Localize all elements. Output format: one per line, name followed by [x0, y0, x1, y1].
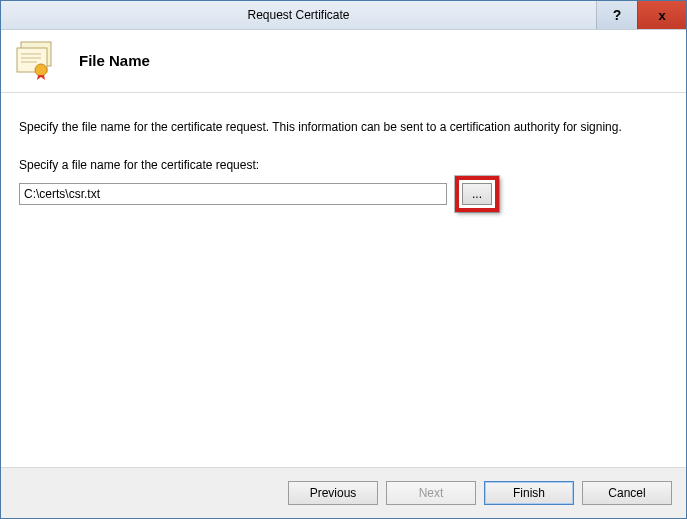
- browse-button[interactable]: ...: [462, 183, 492, 205]
- certificate-icon: [15, 40, 63, 80]
- browse-highlight: ...: [455, 176, 499, 212]
- window-title: Request Certificate: [1, 1, 596, 29]
- wizard-footer: Previous Next Finish Cancel: [1, 467, 686, 518]
- path-input-label: Specify a file name for the certificate …: [19, 158, 668, 172]
- close-icon: x: [658, 8, 665, 23]
- description-text: Specify the file name for the certificat…: [19, 119, 668, 136]
- finish-button[interactable]: Finish: [484, 481, 574, 505]
- wizard-body: Specify the file name for the certificat…: [1, 93, 686, 467]
- titlebar-buttons: ? x: [596, 1, 686, 29]
- help-icon: ?: [613, 7, 622, 23]
- wizard-header: File Name: [1, 30, 686, 93]
- request-certificate-dialog: Request Certificate ? x File Name Spe: [0, 0, 687, 519]
- help-button[interactable]: ?: [596, 1, 637, 29]
- next-button: Next: [386, 481, 476, 505]
- path-input[interactable]: [19, 183, 447, 205]
- close-button[interactable]: x: [637, 1, 686, 29]
- path-row: ...: [19, 176, 668, 212]
- titlebar: Request Certificate ? x: [1, 1, 686, 30]
- previous-button[interactable]: Previous: [288, 481, 378, 505]
- svg-point-5: [35, 64, 47, 76]
- cancel-button[interactable]: Cancel: [582, 481, 672, 505]
- page-title: File Name: [79, 52, 150, 69]
